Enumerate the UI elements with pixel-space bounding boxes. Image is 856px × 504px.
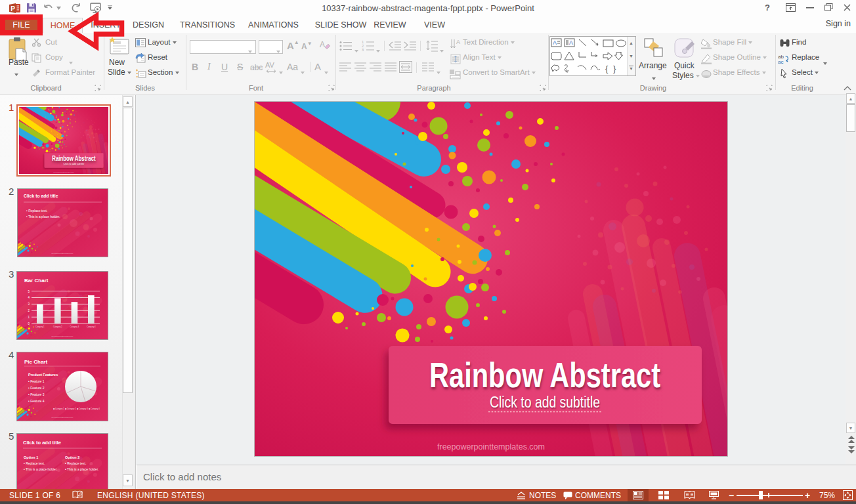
svg-text:• This is a place holder.: • This is a place holder.: [26, 215, 60, 219]
svg-text:Bar Chart: Bar Chart: [24, 278, 49, 284]
svg-text:• Replace text.: • Replace text.: [65, 461, 86, 465]
svg-text:• Feature 3: • Feature 3: [28, 392, 45, 396]
svg-text:◼ Category 1: ◼ Category 1: [53, 408, 64, 410]
svg-text:• Replace text.: • Replace text.: [26, 209, 47, 213]
svg-text:freepowerpointtemplates.com: freepowerpointtemplates.com: [52, 335, 74, 337]
svg-text:◼ Category 4: ◼ Category 4: [89, 408, 100, 410]
svg-text:◼ Category 2: ◼ Category 2: [65, 408, 76, 410]
svg-text:Category 1: Category 1: [35, 326, 45, 328]
svg-text:freepowerpointtemplates.com: freepowerpointtemplates.com: [52, 253, 74, 255]
svg-text:◼ Category 3: ◼ Category 3: [77, 408, 88, 410]
svg-text:Product Features: Product Features: [28, 373, 58, 377]
svg-text:• This is a place holder.: • This is a place holder.: [65, 467, 98, 471]
svg-text:Click to add title: Click to add title: [24, 194, 58, 198]
svg-text:freepowerpointtemplates.com: freepowerpointtemplates.com: [52, 417, 74, 419]
svg-text:}: }: [613, 64, 616, 74]
svg-text:Category 4: Category 4: [87, 326, 96, 328]
svg-text:A: A: [553, 39, 557, 46]
svg-text:• Replace text.: • Replace text.: [24, 461, 45, 465]
svg-text:• Feature 2: • Feature 2: [28, 386, 45, 390]
svg-text:Click to add title: Click to add title: [23, 440, 61, 446]
svg-text:• Feature 4: • Feature 4: [28, 399, 45, 403]
svg-text:Category 2: Category 2: [53, 326, 62, 328]
svg-text:• This is a place holder.: • This is a place holder.: [24, 467, 57, 471]
svg-text:Category 3: Category 3: [70, 326, 79, 328]
svg-text:Option 1: Option 1: [24, 455, 38, 459]
svg-text:3: 3: [362, 48, 364, 52]
svg-text:A: A: [569, 39, 573, 46]
svg-text:ac: ac: [778, 59, 783, 64]
svg-text:{: {: [605, 64, 609, 74]
svg-text:Option 2: Option 2: [65, 455, 79, 459]
svg-text:P: P: [11, 5, 15, 12]
svg-text:Pie Chart: Pie Chart: [24, 359, 47, 365]
svg-text:A: A: [456, 39, 460, 45]
svg-text:A: A: [320, 40, 325, 49]
svg-text:• Feature 1: • Feature 1: [28, 379, 45, 383]
